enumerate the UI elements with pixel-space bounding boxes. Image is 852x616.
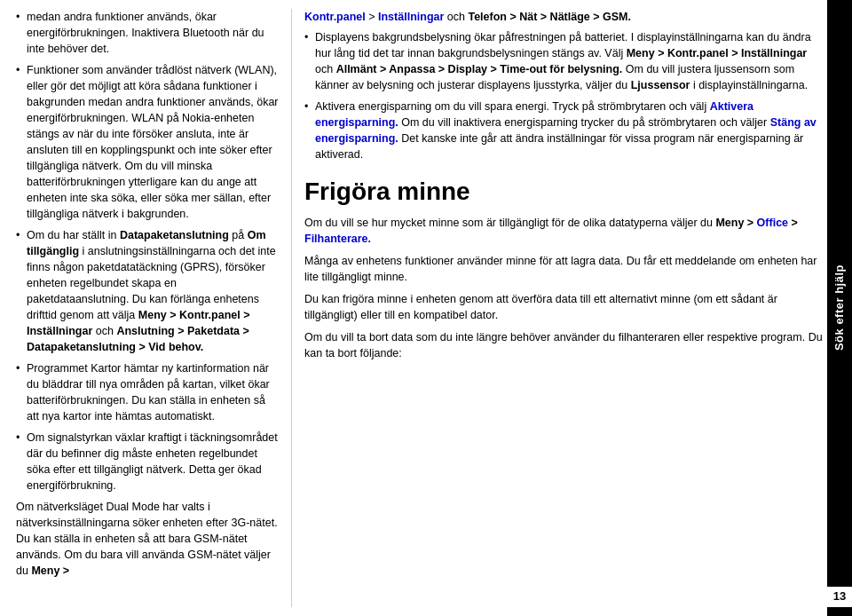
- item-text: Om du har ställt in Datapaketanslutning …: [27, 229, 276, 353]
- main-content: medan andra funktioner används, ökar ene…: [0, 0, 827, 616]
- frigora-section: Om du vill se hur mycket minne som är ti…: [304, 215, 827, 361]
- list-item: Om du har ställt in Datapaketanslutning …: [16, 227, 279, 355]
- frigora-para2: Du kan frigöra minne i enheten genom att…: [304, 291, 827, 323]
- item-text: Programmet Kartor hämtar ny kartinformat…: [27, 362, 270, 423]
- right-bullet-list: Displayens bakgrundsbelysning ökar påfre…: [304, 29, 827, 162]
- frigora-intro: Om du vill se hur mycket minne som är ti…: [304, 215, 827, 247]
- page-number: 13: [827, 587, 852, 607]
- list-item: Displayens bakgrundsbelysning ökar påfre…: [304, 29, 827, 93]
- aktivera-link[interactable]: Aktivera energisparning.: [315, 100, 753, 129]
- bold-text: Meny >: [31, 565, 69, 577]
- list-item: medan andra funktioner används, ökar ene…: [16, 9, 279, 57]
- left-column: medan andra funktioner används, ökar ene…: [16, 9, 291, 607]
- right-column: Kontr.panel > Inställningar och Telefon …: [291, 9, 827, 607]
- list-item: Aktivera energisparning om du vill spara…: [304, 99, 827, 162]
- kontr-panel-link: Kontr.panel > Inställningar och Telefon …: [304, 9, 827, 25]
- list-item: Programmet Kartor hämtar ny kartinformat…: [16, 360, 279, 424]
- item-text: Funktioner som använder trådlöst nätverk…: [27, 64, 279, 220]
- top-section: Kontr.panel > Inställningar och Telefon …: [304, 9, 827, 162]
- bold-text: Aktivera energisparning.: [315, 100, 753, 129]
- bold-text: Allmänt > Anpassa > Display > Time-out f…: [336, 63, 623, 75]
- list-item: Om signalstyrkan växlar kraftigt i täckn…: [16, 430, 279, 494]
- paragraph: Om nätverksläget Dual Mode har valts i n…: [16, 499, 279, 579]
- item-text: Displayens bakgrundsbelysning ökar påfre…: [315, 31, 811, 91]
- bold-text: Ljussensor: [631, 79, 690, 91]
- office-link[interactable]: Office: [757, 217, 788, 229]
- bold-text: Telefon > Nät > Nätläge > GSM.: [468, 11, 631, 23]
- sidebar: Sök efter hjälp 13: [827, 0, 852, 616]
- installningar-anchor[interactable]: Inställningar: [378, 11, 444, 23]
- frigora-heading: Frigöra minne: [304, 178, 827, 206]
- left-bullet-list: medan andra funktioner används, ökar ene…: [16, 9, 279, 494]
- bold-text: Meny > Kontr.panel > Inställningar: [627, 47, 808, 59]
- frigora-para1: Många av enhetens funktioner använder mi…: [304, 253, 827, 285]
- kontr-panel-anchor[interactable]: Kontr.panel: [304, 11, 366, 23]
- filhanterare-link[interactable]: Filhanterare.: [304, 233, 371, 245]
- bold-text: Meny > Office > Filhanterare.: [304, 217, 798, 245]
- sidebar-label: Sök efter hjälp: [832, 265, 848, 351]
- item-text: Aktivera energisparning om du vill spara…: [315, 100, 816, 161]
- bold-text: Datapaketanslutning: [120, 229, 229, 241]
- item-text: medan andra funktioner används, ökar ene…: [27, 11, 264, 55]
- list-item: Funktioner som använder trådlöst nätverk…: [16, 62, 279, 222]
- frigora-para3: Om du vill ta bort data som du inte läng…: [304, 329, 827, 361]
- item-text: Om signalstyrkan växlar kraftigt i täckn…: [27, 431, 278, 492]
